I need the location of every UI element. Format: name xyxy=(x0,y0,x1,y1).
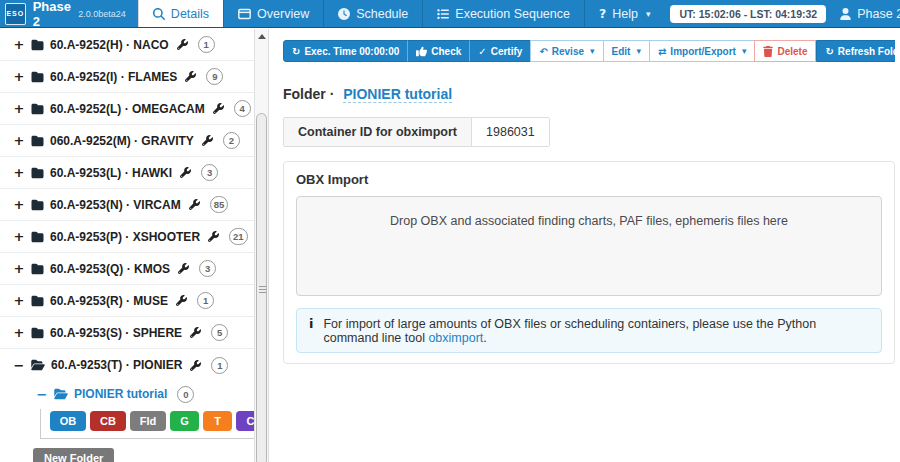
ob-count-badge: 0 xyxy=(177,386,194,403)
main-content: ↻ Exec. Time 00:00:00 Check ✓ Certify ↶ … xyxy=(270,29,900,462)
tab-schedule-label: Schedule xyxy=(356,7,408,21)
folder-icon xyxy=(31,135,44,147)
scrollbar-grip xyxy=(259,286,266,294)
ob-count-badge: 21 xyxy=(229,228,248,245)
wrench-icon xyxy=(213,103,224,114)
chevron-down-icon: ▾ xyxy=(590,46,595,56)
revise-button[interactable]: ↶ Revise ▾ xyxy=(530,40,603,62)
tree-item-xshooter[interactable]: + 60.A-9253(P) · XSHOOTER 21 xyxy=(0,221,254,253)
tree-item-label: 60.A-9253(S) · SPHERE xyxy=(50,326,182,340)
import-export-button[interactable]: ⇄ Import/Export ▾ xyxy=(649,40,755,62)
scroll-up-arrow-icon[interactable] xyxy=(258,34,266,39)
expand-icon[interactable]: + xyxy=(13,325,25,340)
tab-execution-sequence[interactable]: Execution Sequence xyxy=(422,0,584,27)
exec-time-button[interactable]: ↻ Exec. Time 00:00:00 xyxy=(283,40,408,62)
expand-icon[interactable]: + xyxy=(13,165,25,180)
expand-icon[interactable]: + xyxy=(13,197,25,212)
tree-item-naco[interactable]: + 60.A-9252(H) · NACO 1 xyxy=(0,29,254,61)
search-icon xyxy=(153,8,165,20)
tree-item-pionier[interactable]: − 60.A-9253(T) · PIONIER 1 xyxy=(0,349,254,381)
new-cb-button[interactable]: CB xyxy=(90,411,126,431)
certify-button[interactable]: ✓ Certify xyxy=(469,40,531,62)
ob-count-badge: 4 xyxy=(234,100,251,117)
tree-item-pionier-tutorial[interactable]: − PIONIER tutorial 0 xyxy=(0,383,254,405)
expand-icon[interactable]: + xyxy=(13,229,25,244)
ob-count-badge: 85 xyxy=(210,196,229,213)
eso-logo: ESO xyxy=(5,3,26,25)
folder-icon xyxy=(31,103,44,115)
expand-icon[interactable]: + xyxy=(13,37,25,52)
collapse-icon[interactable]: − xyxy=(13,358,25,373)
tree-item-flames[interactable]: + 60.A-9252(I) · FLAMES 9 xyxy=(0,61,254,93)
wrench-icon xyxy=(208,231,219,242)
scrollbar-thumb[interactable] xyxy=(256,113,267,462)
folder-name-link[interactable]: PIONIER tutorial xyxy=(343,86,452,103)
new-g-button[interactable]: G xyxy=(170,411,199,431)
tree-item-hawki[interactable]: + 60.A-9253(L) · HAWKI 3 xyxy=(0,157,254,189)
tab-details[interactable]: Details xyxy=(138,0,223,27)
account-menu[interactable]: Phase 2 Tutorial account ▾ xyxy=(826,0,900,27)
refresh-icon: ↻ xyxy=(825,46,833,57)
tree-item-omegacam[interactable]: + 60.A-9252(L) · OMEGACAM 4 xyxy=(0,93,254,125)
new-fld-button[interactable]: Fld xyxy=(130,411,166,431)
new-c-button[interactable]: C xyxy=(236,411,255,431)
collapse-icon[interactable]: − xyxy=(36,387,48,402)
help-menu[interactable]: ? Help ▾ xyxy=(584,0,665,27)
sidebar-scrollbar[interactable] xyxy=(255,29,269,462)
ob-count-badge: 1 xyxy=(197,292,214,309)
wrench-icon xyxy=(202,135,213,146)
check-button[interactable]: Check xyxy=(407,40,470,62)
tab-schedule[interactable]: Schedule xyxy=(323,0,422,27)
tree-item-kmos[interactable]: + 60.A-9253(Q) · KMOS 3 xyxy=(0,253,254,285)
tree-item-sphere[interactable]: + 60.A-9253(S) · SPHERE 5 xyxy=(0,317,254,349)
undo-icon: ↶ xyxy=(539,46,547,57)
app-version: 2.0.0beta24 xyxy=(78,9,126,19)
info-text: For import of large amounts of OBX files… xyxy=(323,317,869,345)
expand-icon[interactable]: + xyxy=(13,69,25,84)
tree-item-label: 60.A-9252(L) · OMEGACAM xyxy=(50,102,205,116)
wrench-icon xyxy=(180,167,191,178)
tree-item-label: 60.A-9253(P) · XSHOOTER xyxy=(50,230,200,244)
tree-item-vircam[interactable]: + 60.A-9253(N) · VIRCAM 85 xyxy=(0,189,254,221)
refresh-folder-button[interactable]: ↻ Refresh Folder xyxy=(816,40,895,62)
folder-icon xyxy=(31,167,44,179)
folder-open-icon xyxy=(54,388,68,400)
tree-item-label: 060.A-9252(M) · GRAVITY xyxy=(50,134,194,148)
new-t-button[interactable]: T xyxy=(203,411,232,431)
container-id-table: Container ID for obximport 1986031 xyxy=(283,117,550,147)
ob-count-badge: 1 xyxy=(198,36,215,53)
expand-icon[interactable]: + xyxy=(13,261,25,276)
delete-button[interactable]: Delete xyxy=(754,40,816,62)
tree-item-label: 60.A-9253(T) · PIONIER xyxy=(51,358,182,372)
tree-item-gravity[interactable]: + 060.A-9252(M) · GRAVITY 2 xyxy=(0,125,254,157)
new-folder-button[interactable]: New Folder xyxy=(33,448,114,462)
chevron-down-icon: ▾ xyxy=(742,46,747,56)
wrench-icon xyxy=(176,295,187,306)
ob-count-badge: 2 xyxy=(223,132,240,149)
tree-item-muse[interactable]: + 60.A-9253(R) · MUSE 1 xyxy=(0,285,254,317)
tree-item-label: PIONIER tutorial xyxy=(74,387,167,401)
obx-dropzone[interactable]: Drop OBX and associated finding charts, … xyxy=(296,196,882,296)
obx-import-panel: OBX Import Drop OBX and associated findi… xyxy=(283,161,895,364)
edit-button[interactable]: Edit ▾ xyxy=(603,40,650,62)
obximport-info-box: i For import of large amounts of OBX fil… xyxy=(296,308,882,353)
expand-icon[interactable]: + xyxy=(13,293,25,308)
obximport-link[interactable]: obximport xyxy=(428,331,483,345)
thumbs-up-icon xyxy=(416,46,427,57)
ob-count-badge: 5 xyxy=(211,324,228,341)
tab-overview[interactable]: Overview xyxy=(223,0,323,27)
expand-icon[interactable]: + xyxy=(13,133,25,148)
new-ob-button[interactable]: OB xyxy=(50,411,86,431)
overview-icon xyxy=(238,8,251,20)
app-brand[interactable]: ESO Phase 2 2.0.0beta24 xyxy=(0,0,138,27)
account-label: Phase 2 Tutorial account xyxy=(857,7,900,21)
expand-icon[interactable]: + xyxy=(13,101,25,116)
folder-heading-label: Folder · xyxy=(283,86,334,102)
app-title: Phase 2 xyxy=(33,0,75,29)
tree-item-label: 60.A-9253(L) · HAWKI xyxy=(50,166,172,180)
wrench-icon xyxy=(190,327,201,338)
list-icon xyxy=(437,8,449,20)
ob-count-badge: 1 xyxy=(211,357,228,374)
obx-import-title: OBX Import xyxy=(296,172,882,187)
swap-arrows-icon: ⇄ xyxy=(658,46,666,57)
